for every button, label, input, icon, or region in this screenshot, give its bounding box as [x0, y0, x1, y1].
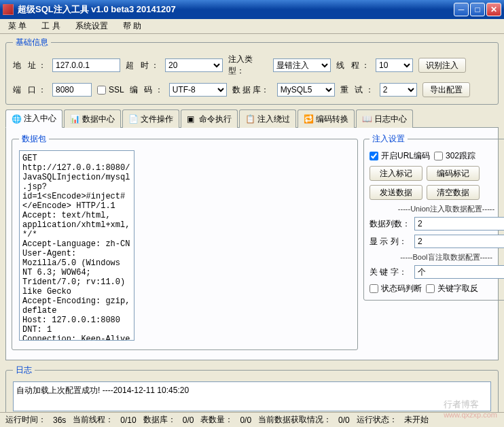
menubar: 菜 单 工 具 系统设置 帮 助 [0, 19, 504, 34]
inject-type-select[interactable]: 显错注入 [273, 58, 331, 72]
runtime-value: 36s [53, 415, 66, 425]
union-header: -----Union注入取数据配置----- [370, 204, 504, 214]
fetch-value: 0/0 [338, 415, 350, 425]
tab-encode[interactable]: 🔁编码转换 [298, 109, 355, 128]
timeout-label: 超 时： [126, 60, 160, 71]
app-icon [3, 4, 14, 15]
menu-tools[interactable]: 工 具 [39, 19, 62, 33]
encode-select[interactable]: UTF-8 [169, 83, 227, 97]
threads-select[interactable]: 10 [376, 58, 413, 72]
terminal-icon: ▣ [187, 114, 196, 124]
statusbar: 运行时间： 36s 当前线程： 0/10 数据库： 0/0 表数量： 0/0 当… [0, 412, 504, 427]
tab-bypass[interactable]: 📋注入绕过 [239, 109, 296, 128]
state-value: 未开始 [404, 414, 429, 426]
status-check-checkbox[interactable]: 状态码判断 [370, 283, 422, 294]
addr-label: 地 址： [13, 60, 47, 71]
basic-legend: 基础信息 [13, 37, 51, 48]
addr-input[interactable] [52, 58, 120, 72]
timeout-select[interactable]: 20 [165, 58, 223, 72]
close-button[interactable]: ✕ [486, 3, 501, 16]
fetch-label: 当前数据获取情况： [258, 414, 331, 426]
table-icon: 📊 [70, 114, 79, 124]
doc-icon: 📋 [245, 114, 255, 124]
settings-legend: 注入设置 [370, 133, 408, 145]
tab-log-center[interactable]: 📖日志中心 [356, 109, 413, 128]
window-title: 超级SQL注入工具 v1.0 beta3 20141207 [18, 3, 454, 16]
runtime-label: 运行时间： [5, 414, 46, 426]
log-legend: 日志 [13, 364, 35, 376]
show-col-label: 显 示 列： [370, 236, 410, 247]
tab-file-ops[interactable]: 📄文件操作 [122, 109, 179, 128]
cur-thread-label: 当前线程： [73, 414, 113, 426]
book-icon: 📖 [362, 114, 372, 124]
tab-body: 数据包 GET http://127.0.0.1:8080/JavaSQLInj… [5, 128, 499, 360]
encode-label: 编 码： [130, 84, 164, 96]
bool-header: -----Bool盲注取数据配置----- [370, 252, 504, 262]
titlebar: 超级SQL注入工具 v1.0 beta3 20141207 ─ □ ✕ [0, 0, 504, 19]
tablecount-value: 0/0 [240, 415, 251, 425]
menu-settings[interactable]: 系统设置 [73, 19, 111, 33]
retry-label: 重 试： [340, 84, 374, 96]
file-icon: 📄 [128, 114, 138, 124]
clear-data-button[interactable]: 清空数据 [427, 185, 480, 200]
log-textarea[interactable]: 自动加载上次配置成功! ----2014-12-11 10:45:20 [13, 381, 491, 411]
inject-type-label: 注入类型： [228, 54, 268, 77]
packet-textarea[interactable]: GET http://127.0.0.1:8080/JavaSQLInjecti… [19, 150, 134, 341]
tab-data-center[interactable]: 📊数据中心 [64, 109, 121, 128]
packet-group: 数据包 GET http://127.0.0.1:8080/JavaSQLInj… [12, 133, 358, 350]
show-col-input[interactable] [414, 235, 504, 248]
keyword-label: 关 键 字： [370, 267, 410, 278]
convert-icon: 🔁 [304, 114, 313, 124]
keyword-neg-checkbox[interactable]: 关键字取反 [426, 283, 478, 294]
log-group: 日志 自动加载上次配置成功! ----2014-12-11 10:45:20 [5, 364, 499, 419]
minimize-button[interactable]: ─ [454, 3, 469, 16]
tablecount-label: 表数量： [200, 414, 233, 426]
menu-help[interactable]: 帮 助 [120, 19, 144, 33]
tab-cmd-exec[interactable]: ▣命令执行 [181, 109, 238, 128]
tab-inject-center[interactable]: 🌐注入中心 [5, 109, 62, 128]
retry-select[interactable]: 2 [380, 83, 417, 97]
maximize-button[interactable]: □ [470, 3, 485, 16]
port-input[interactable] [52, 83, 92, 97]
col-count-label: 数据列数： [370, 218, 410, 230]
state-label: 运行状态： [357, 414, 397, 426]
cur-thread-value: 0/10 [120, 415, 136, 425]
tab-strip: 🌐注入中心 📊数据中心 📄文件操作 ▣命令执行 📋注入绕过 🔁编码转换 📖日志中… [5, 109, 499, 128]
ssl-checkbox[interactable]: SSL [97, 85, 124, 95]
dbcount-value: 0/0 [183, 415, 194, 425]
url-encode-checkbox[interactable]: 开启URL编码 [370, 150, 430, 162]
inject-settings-group: 注入设置 开启URL编码 302跟踪 注入标记 编码标记 发送数据 清空数据 -… [363, 133, 504, 301]
db-label: 数 据 库： [232, 84, 272, 96]
threads-label: 线 程： [336, 60, 370, 71]
dbcount-label: 数据库： [143, 414, 176, 426]
export-config-button[interactable]: 导出配置 [422, 82, 470, 97]
track302-checkbox[interactable]: 302跟踪 [434, 150, 475, 162]
port-label: 端 口： [13, 84, 47, 96]
db-select[interactable]: MySQL5 [277, 83, 335, 97]
packet-legend: 数据包 [19, 133, 49, 145]
inject-mark-button[interactable]: 注入标记 [370, 166, 422, 181]
send-data-button[interactable]: 发送数据 [370, 185, 422, 200]
keyword-input[interactable] [414, 265, 504, 279]
col-count-input[interactable] [414, 217, 504, 230]
identify-button[interactable]: 识别注入 [418, 58, 466, 73]
basic-info-group: 基础信息 地 址： 超 时： 20 注入类型： 显错注入 线 程： 10 识别注… [5, 37, 499, 105]
globe-icon: 🌐 [12, 114, 21, 124]
menu-main[interactable]: 菜 单 [5, 19, 29, 33]
encode-mark-button[interactable]: 编码标记 [427, 166, 480, 181]
